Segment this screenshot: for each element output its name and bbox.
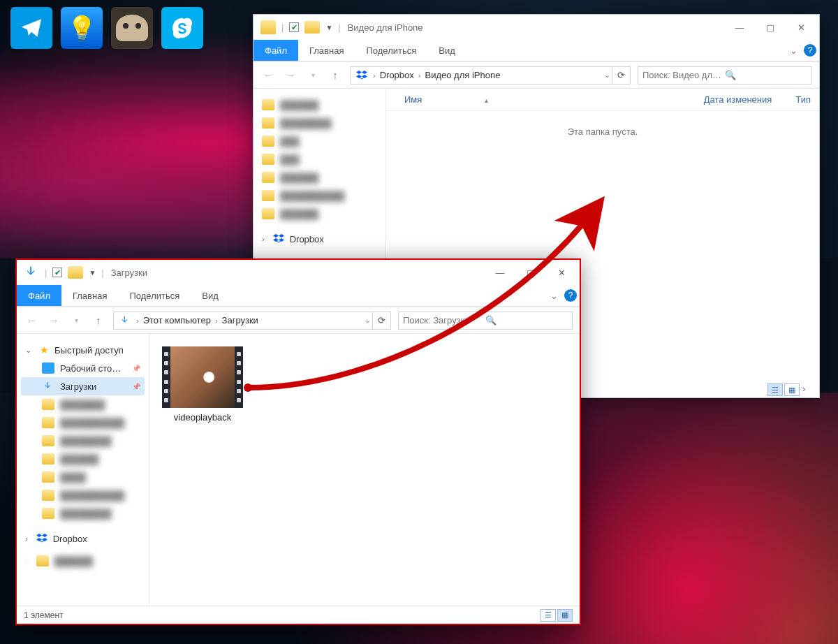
close-button[interactable]: ✕ [786, 17, 816, 38]
breadcrumb[interactable]: › Этот компьютер › Загрузки ⌄ [113, 312, 373, 330]
tips-icon[interactable]: 💡 [61, 7, 103, 49]
chevron-right-icon: › [136, 316, 139, 325]
tab-home[interactable]: Главная [298, 40, 355, 61]
close-button[interactable]: ✕ [546, 262, 577, 283]
gimp-icon[interactable] [111, 7, 153, 49]
file-list-area[interactable]: videoplayback [149, 334, 580, 606]
help-icon[interactable]: ? [561, 285, 580, 306]
chevron-right-icon: › [262, 235, 265, 243]
empty-folder-message: Эта папка пуста. [386, 126, 819, 137]
chevron-right-icon: › [215, 316, 218, 325]
thumbnails-view-icon[interactable]: ▦ [784, 383, 800, 396]
qat-separator: | [45, 268, 47, 278]
breadcrumb-history-icon[interactable]: ⌄ [365, 316, 371, 325]
nav-forward-button[interactable]: → [283, 68, 298, 83]
search-input[interactable]: Поиск: Загрузки 🔍 [398, 312, 573, 330]
details-view-icon[interactable]: ☰ [767, 383, 783, 396]
sidebar-item-label: Dropbox [53, 534, 87, 544]
nav-back-button[interactable]: ← [24, 313, 39, 328]
breadcrumb-leaf[interactable]: Загрузки [222, 315, 258, 325]
window-title: Видео для iPhone [348, 22, 423, 33]
file-item-videoplayback[interactable]: videoplayback [162, 346, 243, 423]
minimize-button[interactable]: ― [724, 17, 755, 38]
sidebar-item-downloads[interactable]: Загрузки [21, 377, 145, 395]
sidebar-item-dropbox[interactable]: › Dropbox [21, 529, 145, 548]
tab-home[interactable]: Главная [61, 285, 118, 306]
maximize-button[interactable]: ▢ [755, 17, 786, 38]
file-name: videoplayback [162, 412, 243, 423]
column-name[interactable]: Имя [396, 94, 689, 105]
tab-view[interactable]: Вид [427, 40, 466, 61]
nav-forward-button[interactable]: → [46, 313, 61, 328]
details-view-icon[interactable]: ☰ [541, 609, 556, 622]
qat-separator2: | [338, 22, 340, 33]
sidebar-item-label: Быстрый доступ [54, 345, 124, 356]
breadcrumb-history-icon[interactable]: ⌄ [604, 71, 610, 80]
qat-properties-icon[interactable] [52, 268, 62, 277]
breadcrumb-root[interactable]: Этот компьютер [143, 315, 211, 325]
help-icon[interactable]: ? [801, 40, 819, 61]
nav-back-button[interactable]: ← [260, 68, 276, 83]
column-type[interactable]: Тип [787, 94, 819, 105]
skype-icon[interactable] [161, 7, 203, 49]
column-headers[interactable]: Имя Дата изменения Тип [386, 89, 819, 111]
qat-properties-icon[interactable] [289, 22, 299, 32]
desktop-icon [42, 363, 54, 374]
dropbox-icon [355, 70, 369, 81]
breadcrumb-leaf[interactable]: Видео для iPhone [425, 70, 500, 80]
breadcrumb-root[interactable]: Dropbox [380, 70, 414, 80]
chevron-right-icon: › [25, 534, 28, 543]
minimize-button[interactable]: ― [485, 262, 515, 283]
explorer-window-downloads: | ▼ | Загрузки ― ▢ ✕ Файл Главная Подели… [15, 258, 581, 625]
quick-access-toolbar: | ▼ | [24, 265, 104, 280]
search-input[interactable]: Поиск: Видео для iPhone 🔍 [638, 66, 812, 85]
dropbox-icon [273, 233, 284, 244]
desktop-taskbar: 💡 [10, 7, 203, 49]
address-bar-row: ← → ▾ ↑ › Dropbox › Видео для iPhone ⌄ ⟳… [253, 62, 819, 89]
qat-newfolder-icon[interactable] [304, 21, 320, 34]
chevron-right-icon: › [418, 71, 421, 80]
column-date[interactable]: Дата изменения [696, 94, 781, 105]
nav-up-button[interactable]: ↑ [91, 313, 106, 328]
maximize-button[interactable]: ▢ [515, 262, 546, 283]
qat-separator: | [281, 22, 284, 33]
breadcrumb[interactable]: › Dropbox › Видео для iPhone ⌄ [350, 66, 612, 85]
ribbon-collapse-icon[interactable]: ⌄ [786, 40, 801, 61]
chevron-right-icon: › [373, 71, 376, 80]
ribbon-tabs: Файл Главная Поделиться Вид ⌄ ? [253, 40, 819, 62]
tab-view[interactable]: Вид [191, 285, 230, 306]
scroll-right-icon[interactable]: › [802, 383, 815, 396]
view-switcher[interactable]: ☰ ▦ [541, 609, 573, 622]
refresh-button[interactable]: ⟳ [373, 312, 391, 330]
video-thumbnail-icon [162, 346, 243, 408]
qat-dropdown-icon[interactable]: ▼ [89, 269, 96, 277]
status-text: 1 элемент [24, 610, 64, 620]
ribbon-tabs: Файл Главная Поделиться Вид ⌄ ? [17, 285, 580, 307]
qat-newfolder-icon[interactable] [68, 266, 83, 279]
tab-share[interactable]: Поделиться [355, 40, 427, 61]
thumbnails-view-icon[interactable]: ▦ [557, 609, 573, 622]
status-bar: 1 элемент ☰ ▦ [17, 606, 580, 624]
qat-separator2: | [101, 268, 103, 278]
nav-recent-icon[interactable]: ▾ [68, 313, 84, 328]
refresh-button[interactable]: ⟳ [612, 66, 631, 85]
navigation-pane[interactable]: ⌄ ★ Быстрый доступ Рабочий сто… Загрузки… [17, 334, 149, 606]
downloads-icon [118, 315, 132, 326]
tab-file[interactable]: Файл [253, 40, 298, 61]
sidebar-item-dropbox[interactable]: › Dropbox [258, 230, 381, 248]
sidebar-item-quick-access[interactable]: ⌄ ★ Быстрый доступ [21, 341, 145, 359]
ribbon-collapse-icon[interactable]: ⌄ [546, 285, 561, 306]
tab-file[interactable]: Файл [17, 285, 61, 306]
window-title: Загрузки [111, 268, 147, 278]
qat-dropdown-icon[interactable]: ▼ [325, 24, 332, 31]
titlebar[interactable]: | ▼ | Видео для iPhone ― ▢ ✕ [253, 15, 819, 40]
view-switcher[interactable]: ☰ ▦ [767, 383, 800, 396]
nav-up-button[interactable]: ↑ [328, 68, 343, 83]
tab-share[interactable]: Поделиться [118, 285, 191, 306]
nav-recent-icon[interactable]: ▾ [305, 68, 321, 83]
telegram-icon[interactable] [10, 7, 52, 49]
search-icon: 🔍 [485, 315, 568, 325]
search-icon: 🔍 [725, 70, 807, 80]
titlebar[interactable]: | ▼ | Загрузки ― ▢ ✕ [17, 260, 580, 285]
sidebar-item-desktop[interactable]: Рабочий сто… [21, 359, 145, 377]
